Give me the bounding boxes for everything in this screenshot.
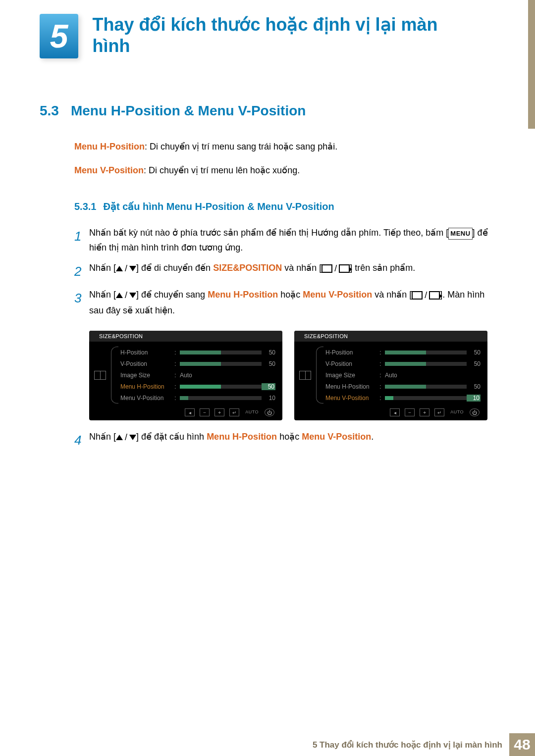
back-icon: ◂ [185, 408, 195, 416]
subsection-heading: 5.3.1Đặt cấu hình Menu H-Position & Menu… [74, 201, 495, 212]
step-1: 1 Nhấn bất kỳ nút nào ở phía trước sản p… [74, 225, 495, 255]
osd-item-v-position: V-Position:50 [325, 358, 481, 369]
menu-key-icon: MENU [448, 228, 472, 240]
size-position-icon [294, 347, 316, 403]
step-body: Nhấn [/] để di chuyển đến SIZE&POSITION … [89, 260, 495, 282]
highlight-menu-v: Menu V-Position [302, 432, 371, 442]
up-down-key-icon: / [116, 261, 136, 276]
up-down-key-icon: / [116, 288, 136, 303]
chapter-title: Thay đổi kích thước hoặc định vị lại màn… [92, 14, 469, 56]
up-down-key-icon: / [116, 430, 136, 445]
osd-footer-buttons: ◂ − + ↵ AUTO ⏻ [294, 406, 487, 420]
power-icon: ⏻ [470, 408, 480, 416]
osd-item-h-position: H-Position:50 [325, 347, 481, 358]
osd-item-menu-v-position: Menu V-Position:10 [325, 392, 481, 403]
step-number: 1 [74, 225, 89, 255]
step-4: 4 Nhấn [/] để đặt cấu hình Menu H-Positi… [74, 429, 495, 451]
select-enter-key-icon: / [412, 288, 440, 303]
step-number: 3 [74, 287, 89, 318]
osd-item-image-size: Image Size:Auto [120, 369, 275, 381]
section-title: Menu H-Position & Menu V-Position [71, 103, 306, 118]
definition-h-position: Menu H-Position: Di chuyển vị trí menu s… [74, 139, 495, 154]
step-number: 4 [74, 429, 89, 451]
chapter-header: 5 Thay đổi kích thước hoặc định vị lại m… [0, 0, 535, 58]
minus-icon: − [405, 408, 415, 416]
osd-item-image-size: Image Size:Auto [325, 369, 481, 381]
highlight-menu-h: Menu H-Position [208, 290, 278, 300]
definition-text: : Di chuyển vị trí menu lên hoặc xuống. [144, 165, 300, 175]
step-body: Nhấn bất kỳ nút nào ở phía trước sản phẩ… [89, 225, 495, 255]
step-3: 3 Nhấn [/] để chuyển sang Menu H-Positio… [74, 287, 495, 318]
osd-item-menu-h-position: Menu H-Position:50 [325, 381, 481, 392]
plus-icon: + [214, 408, 224, 416]
enter-icon: ↵ [229, 408, 239, 416]
section-number: 5.3 [40, 103, 59, 119]
osd-item-menu-h-position: Menu H-Position:50 [120, 381, 275, 392]
chapter-number-badge: 5 [40, 14, 78, 58]
osd-item-menu-v-position: Menu V-Position:10 [120, 392, 275, 403]
osd-title: SIZE&POSITION [294, 331, 487, 342]
select-enter-key-icon: / [321, 261, 350, 276]
definition-text: : Di chuyển vị trí menu sang trái hoặc s… [145, 142, 337, 151]
step-2: 2 Nhấn [/] để di chuyển đến SIZE&POSITIO… [74, 260, 495, 282]
auto-label: AUTO [245, 408, 259, 416]
osd-panel-menu-h: SIZE&POSITION H-Position:50 V-Position:5… [89, 331, 282, 420]
page-number: 48 [509, 733, 535, 756]
enter-icon: ↵ [434, 408, 444, 416]
highlight-menu-v: Menu V-Position [303, 290, 372, 300]
plus-icon: + [420, 408, 429, 416]
step-body: Nhấn [/] để chuyển sang Menu H-Position … [89, 287, 495, 318]
back-icon: ◂ [390, 408, 400, 416]
page: 5 Thay đổi kích thước hoặc định vị lại m… [0, 0, 535, 756]
subsection-number: 5.3.1 [74, 201, 96, 212]
highlight-size-position: SIZE&POSITION [213, 263, 282, 273]
section-heading: 5.3Menu H-Position & Menu V-Position [40, 103, 495, 119]
size-position-icon [89, 347, 111, 403]
step-body: Nhấn [/] để đặt cấu hình Menu H-Position… [89, 429, 495, 451]
power-icon: ⏻ [265, 408, 274, 416]
footer-text: 5 Thay đổi kích thước hoặc định vị lại m… [313, 740, 502, 750]
osd-screenshots: SIZE&POSITION H-Position:50 V-Position:5… [89, 331, 495, 420]
highlight-menu-h: Menu H-Position [207, 432, 277, 442]
subsection-title: Đặt cấu hình Menu H-Position & Menu V-Po… [103, 201, 334, 212]
page-footer: 5 Thay đổi kích thước hoặc định vị lại m… [0, 733, 535, 756]
definition-term: Menu H-Position [74, 142, 145, 151]
page-content: 5.3Menu H-Position & Menu V-Position Men… [0, 58, 535, 451]
osd-title: SIZE&POSITION [89, 331, 282, 342]
step-number: 2 [74, 260, 89, 282]
osd-item-h-position: H-Position:50 [120, 347, 275, 358]
auto-label: AUTO [450, 408, 464, 416]
definition-v-position: Menu V-Position: Di chuyển vị trí menu l… [74, 162, 495, 178]
minus-icon: − [200, 408, 210, 416]
osd-panel-menu-v: SIZE&POSITION H-Position:50 V-Position:5… [294, 331, 487, 420]
osd-item-v-position: V-Position:50 [120, 358, 275, 369]
osd-footer-buttons: ◂ − + ↵ AUTO ⏻ [89, 406, 282, 420]
definition-term: Menu V-Position [74, 165, 144, 175]
